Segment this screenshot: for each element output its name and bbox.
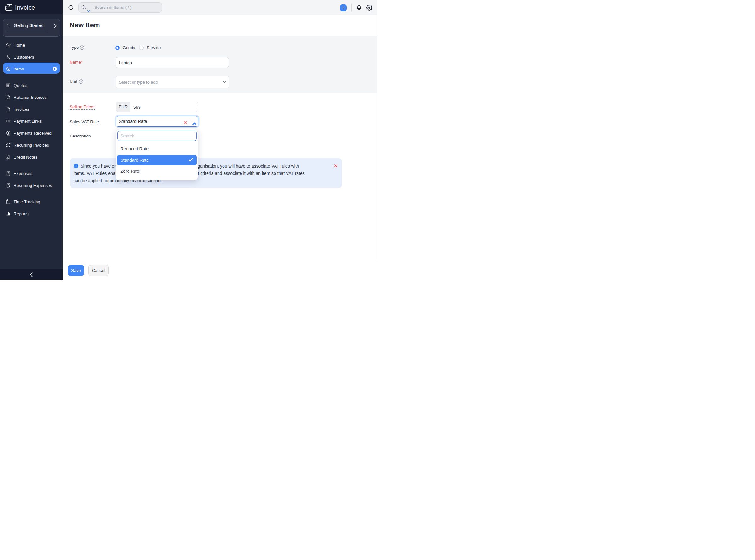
svg-text:?: ? [80,80,82,83]
svg-text:?: ? [81,46,83,49]
